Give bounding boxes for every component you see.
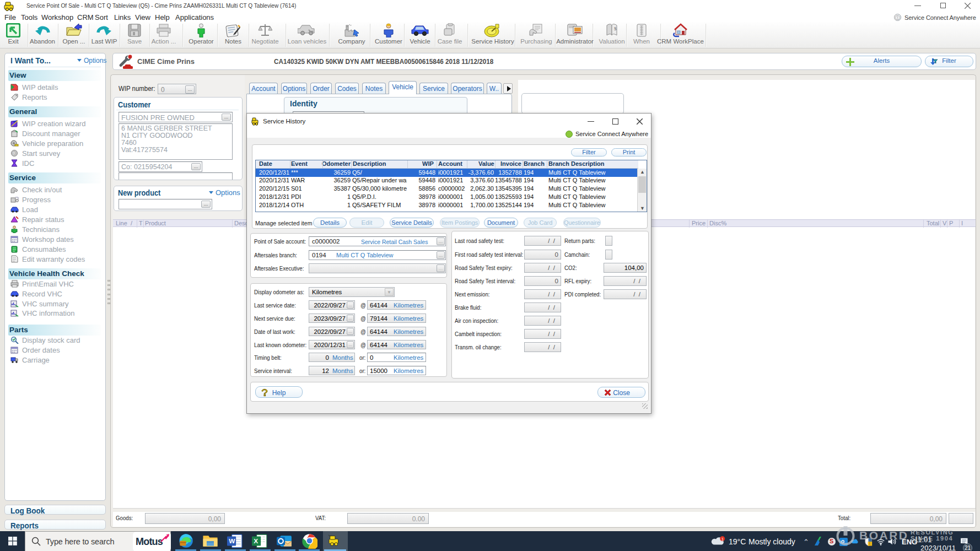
svg-text:W: W xyxy=(229,537,235,545)
svg-text:?: ? xyxy=(13,152,15,155)
svg-text:X: X xyxy=(254,537,258,545)
svg-text:$: $ xyxy=(614,26,617,31)
svg-text:1: 1 xyxy=(721,537,724,542)
